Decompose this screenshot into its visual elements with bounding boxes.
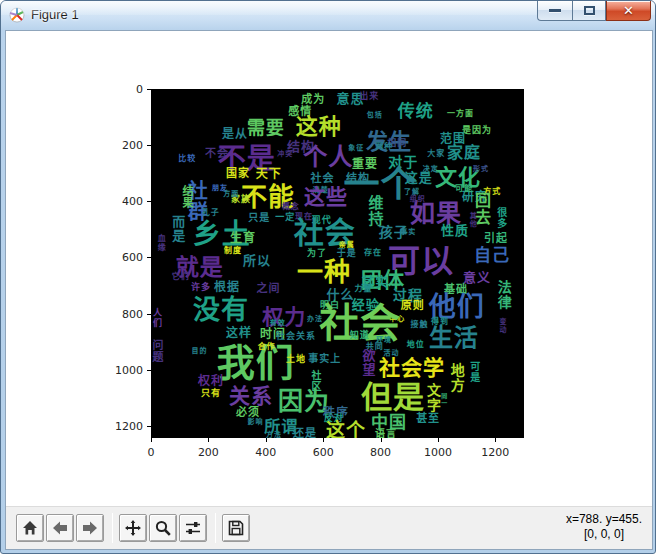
titlebar[interactable]: Figure 1 ✕ <box>1 1 655 30</box>
wordcloud-word: 法律 <box>497 280 511 310</box>
wordcloud-word: 事实 <box>400 228 416 235</box>
wordcloud-word: 一方面 <box>447 110 474 118</box>
wordcloud-word: 欲望 <box>362 349 375 377</box>
x-tick-label: 1000 <box>424 446 452 459</box>
wordcloud-word: 引起 <box>484 232 508 243</box>
wordcloud-word: 权利 <box>198 375 224 387</box>
toolbar-separator <box>215 513 216 543</box>
wordcloud-word: 它们 <box>172 273 190 281</box>
close-button[interactable]: ✕ <box>606 1 651 21</box>
wordcloud-word: 变动 <box>498 318 505 334</box>
wordcloud-word: 力量 <box>355 285 373 293</box>
x-tick-label: 1200 <box>481 446 509 459</box>
x-tick-mark <box>266 438 267 442</box>
wordcloud-word: 生活 <box>429 326 479 350</box>
y-tick-mark <box>147 370 151 371</box>
wordcloud-word: 文字 <box>426 383 440 413</box>
wordcloud-word: 方法 <box>266 431 282 438</box>
wordcloud-word: 概念 <box>282 203 300 211</box>
y-tick-label: 1000 <box>109 363 143 376</box>
wordcloud-word: 其他 <box>468 212 475 228</box>
y-tick-mark <box>147 201 151 202</box>
wordcloud-word: 结果 <box>181 185 192 209</box>
maximize-button[interactable] <box>572 1 606 21</box>
wordcloud-word: 这样 <box>226 327 252 339</box>
wordcloud-word: 什么 <box>326 287 354 300</box>
wordcloud-word: 甚至 <box>416 413 440 424</box>
wordcloud-word: 组织 <box>410 195 426 202</box>
pan-button[interactable] <box>119 514 147 542</box>
wordcloud-word: 可能 <box>455 185 473 193</box>
wordcloud-word: 原则 <box>401 300 425 311</box>
wordcloud-word: 只是 <box>248 213 270 223</box>
wordcloud-word: 于是 <box>337 249 357 258</box>
wordcloud-word: 维持 <box>367 195 382 227</box>
wordcloud-word: 方面 <box>223 190 239 197</box>
wordcloud-word: 接触 <box>411 321 429 329</box>
wordcloud-word: 中国 <box>371 413 407 430</box>
wordcloud-word: 形式 <box>473 166 489 173</box>
zoom-rect-icon <box>154 519 172 537</box>
y-tick-label: 200 <box>109 139 143 152</box>
wordcloud-word: 社会 <box>311 172 335 183</box>
wordcloud-word: 同一 <box>441 393 447 407</box>
wordcloud-word: 这个 <box>326 420 366 438</box>
wordcloud-word: 地方 <box>450 363 464 393</box>
y-tick-mark <box>147 314 151 315</box>
wordcloud-word: 这种 <box>296 116 342 138</box>
x-tick-label: 0 <box>148 446 155 459</box>
wordcloud-word: 传统 <box>398 102 434 119</box>
wordcloud-word: 问题 <box>151 339 162 363</box>
wordcloud-plot[interactable]: 成为意思出来感情传统一方面包括需要这种是从是因为发生范围结构相同冲突家庭大家不会… <box>151 89 524 438</box>
wordcloud-word: 孔子 <box>202 209 220 217</box>
cursor-status: x=788. y=455. [0, 0, 0] <box>566 512 642 542</box>
back-arrow-icon <box>51 519 69 537</box>
matplotlib-icon <box>9 7 25 23</box>
wordcloud-word: 很多 <box>496 207 506 229</box>
wordcloud-word: 存在 <box>364 249 382 257</box>
wordcloud-word: 合作 <box>258 343 276 351</box>
figure-canvas[interactable]: 成为意思出来感情传统一方面包括需要这种是从是因为发生范围结构相同冲突家庭大家不会… <box>6 31 652 508</box>
x-tick-mark <box>438 438 439 442</box>
wordcloud-word: 性质 <box>441 223 469 236</box>
wordcloud-word: 社会学 <box>379 358 445 379</box>
wordcloud-word: 事实上 <box>308 354 341 364</box>
minimize-button[interactable] <box>537 1 572 21</box>
forward-button[interactable] <box>76 514 104 542</box>
x-tick-mark <box>381 438 382 442</box>
wordcloud-word: 可以 <box>388 245 454 277</box>
wordcloud-word: 出来 <box>359 91 379 100</box>
y-tick-mark <box>147 145 151 146</box>
y-tick-label: 800 <box>109 307 143 320</box>
wordcloud-word: 需要 <box>247 119 285 137</box>
wordcloud-word: 这些 <box>304 186 348 207</box>
wordcloud-word: 大家 <box>427 150 445 158</box>
wordcloud-word: 决定 <box>423 166 439 173</box>
zoom-button[interactable] <box>149 514 177 542</box>
x-tick-label: 200 <box>198 446 219 459</box>
subplots-button[interactable] <box>179 514 207 542</box>
wordcloud-word: 没有 <box>193 296 249 323</box>
y-tick-mark <box>147 426 151 427</box>
wordcloud-word: 根据 <box>214 281 240 293</box>
y-tick-mark <box>147 89 151 90</box>
wordcloud-word: 一定 <box>275 212 295 221</box>
back-button[interactable] <box>46 514 74 542</box>
x-tick-label: 600 <box>313 446 334 459</box>
wordcloud-word: 为了 <box>307 248 327 257</box>
wordcloud-word: 血缘 <box>156 234 164 252</box>
wordcloud-word: 是因为 <box>462 125 492 134</box>
minimize-icon <box>549 9 561 12</box>
wordcloud-word: 影响 <box>247 418 263 425</box>
wordcloud-word: 社会关系 <box>276 332 316 341</box>
close-icon: ✕ <box>623 4 634 17</box>
sliders-icon <box>184 519 202 537</box>
wordcloud-word: 之间 <box>256 282 280 293</box>
save-button[interactable] <box>222 514 250 542</box>
wordcloud-word: 可是 <box>469 361 479 383</box>
home-button[interactable] <box>16 514 44 542</box>
wordcloud-word: 是从 <box>222 128 248 140</box>
wordcloud-word: 有效 <box>270 319 286 326</box>
wordcloud-word: 自己 <box>474 247 510 264</box>
window-title: Figure 1 <box>31 7 79 22</box>
